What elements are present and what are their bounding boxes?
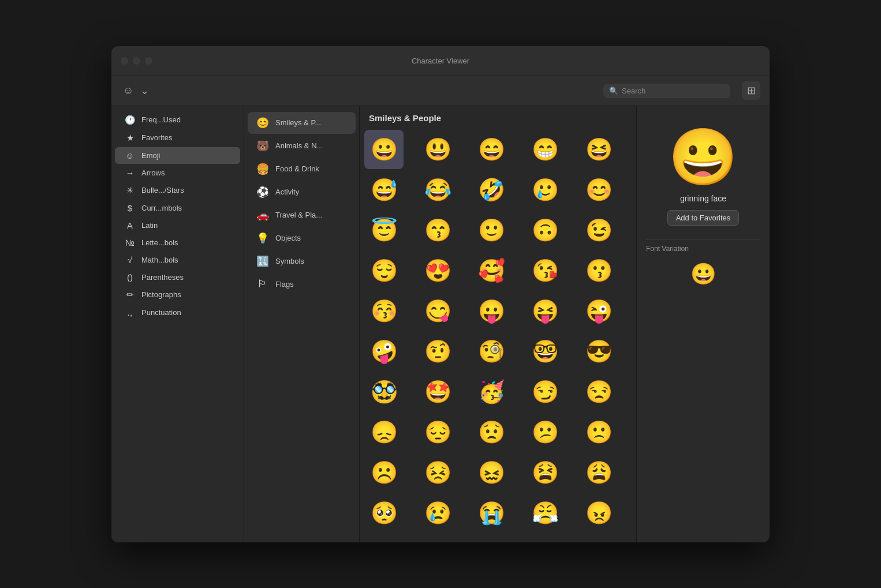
- category-icon-animals: 🐻: [256, 140, 270, 152]
- font-variation-item[interactable]: 😀: [688, 260, 719, 289]
- traffic-lights: [121, 57, 152, 65]
- emoji-cell[interactable]: 😏: [525, 372, 565, 411]
- emoji-cell[interactable]: 😎: [579, 332, 618, 371]
- dropdown-chevron-icon[interactable]: ⌄: [138, 82, 151, 99]
- emoji-cell[interactable]: 😜: [579, 291, 618, 331]
- category-item-flags[interactable]: 🏳 Flags: [248, 274, 356, 295]
- emoji-cell[interactable]: 🥳: [472, 372, 511, 411]
- font-variation-grid: 😀: [688, 260, 719, 289]
- emoji-cell[interactable]: 😃: [418, 130, 457, 169]
- view-toggle-button[interactable]: ⊞: [742, 81, 760, 100]
- emoji-cell[interactable]: 😊: [579, 170, 618, 209]
- emoji-grid-container[interactable]: 😀😃😄😁😆😅😂🤣🥲😊😇😙🙂🙃😉😌😍🥰😘😗😚😋😛😝😜🤪🤨🧐🤓😎🥸🤩🥳😏😒😞😔😟😕🙁…: [360, 128, 636, 542]
- emoji-cell[interactable]: 🧐: [472, 332, 511, 371]
- emoji-cell[interactable]: 🥲: [525, 170, 565, 209]
- sidebar-item-label-freq-used: Freq...Used: [141, 115, 181, 124]
- sidebar-item-label-arrows: Arrows: [141, 168, 165, 177]
- sidebar-item-favorites[interactable]: ★ Favorites: [115, 129, 240, 147]
- emoji-cell[interactable]: 😘: [525, 251, 565, 290]
- sidebar-item-parentheses[interactable]: () Parentheses: [115, 269, 240, 286]
- search-input[interactable]: [622, 87, 725, 95]
- sidebar-item-pictographs[interactable]: ✏ Pictographs: [115, 286, 240, 304]
- emoji-panel: Smileys & People 😀😃😄😁😆😅😂🤣🥲😊😇😙🙂🙃😉😌😍🥰😘😗😚😋😛…: [360, 106, 637, 542]
- emoji-cell[interactable]: 😤: [525, 493, 565, 533]
- category-item-symbols[interactable]: 🔣 Symbols: [248, 250, 356, 272]
- sidebar-item-icon-arrows: →: [124, 168, 136, 178]
- font-variation-title: Font Variation: [646, 245, 760, 253]
- sidebar-item-currency[interactable]: $ Curr...mbols: [115, 200, 240, 216]
- emoji-cell[interactable]: 🙁: [579, 413, 618, 452]
- category-icon-travel: 🚗: [256, 209, 270, 222]
- emoji-cell[interactable]: 😭: [472, 493, 511, 533]
- sidebar-item-emoji[interactable]: ☺ Emoji: [115, 147, 240, 164]
- category-item-objects[interactable]: 💡 Objects: [248, 227, 356, 249]
- category-icon-smileys: 😊: [256, 117, 270, 129]
- emoji-cell[interactable]: 😌: [364, 251, 404, 290]
- character-viewer-window: Character Viewer ☺ ⌄ 🔍 ⊞ 🕐 Freq...Used ★: [111, 46, 770, 542]
- emoji-cell[interactable]: 😙: [418, 211, 457, 250]
- emoji-cell[interactable]: 😛: [472, 291, 511, 331]
- emoji-cell[interactable]: 🙂: [472, 211, 511, 250]
- emoji-cell[interactable]: 😕: [525, 413, 565, 452]
- emoji-cell[interactable]: 😞: [364, 413, 404, 452]
- minimize-button[interactable]: [133, 57, 140, 65]
- emoji-cell[interactable]: 😀: [364, 130, 404, 169]
- maximize-button[interactable]: [145, 57, 152, 65]
- emoji-cell[interactable]: 😂: [418, 170, 457, 209]
- emoji-cell[interactable]: 😝: [525, 291, 565, 331]
- category-item-animals[interactable]: 🐻 Animals & N...: [248, 135, 356, 157]
- emoji-cell[interactable]: 😆: [579, 130, 618, 169]
- sidebar-item-label-currency: Curr...mbols: [141, 204, 182, 212]
- emoji-cell[interactable]: ☹️: [364, 453, 404, 492]
- category-item-food[interactable]: 🍔 Food & Drink: [248, 158, 356, 180]
- sidebar-item-label-bullets: Bulle.../Stars: [141, 186, 184, 194]
- emoji-cell[interactable]: 🥸: [364, 372, 404, 411]
- close-button[interactable]: [121, 57, 128, 65]
- emoji-cell[interactable]: 😅: [364, 170, 404, 209]
- sidebar-item-icon-currency: $: [124, 203, 136, 213]
- emoji-cell[interactable]: 😢: [418, 493, 457, 533]
- emoji-cell[interactable]: 😍: [418, 251, 457, 290]
- sidebar-item-label-math: Math...bols: [141, 256, 178, 264]
- sidebar-item-punctuation[interactable]: ., Punctuation: [115, 304, 240, 321]
- search-icon: 🔍: [609, 87, 618, 95]
- emoji-cell[interactable]: 😠: [579, 493, 618, 533]
- emoji-cell[interactable]: 😚: [364, 291, 404, 331]
- emoji-cell[interactable]: 🤪: [364, 332, 404, 371]
- emoji-cell[interactable]: 🥰: [472, 251, 511, 290]
- emoji-cell[interactable]: 😟: [472, 413, 511, 452]
- window-title: Character Viewer: [412, 57, 469, 65]
- category-item-smileys[interactable]: 😊 Smileys & P...: [248, 112, 356, 134]
- emoji-cell[interactable]: 😩: [579, 453, 618, 492]
- emoji-cell[interactable]: 🤩: [418, 372, 457, 411]
- category-label-objects: Objects: [275, 234, 301, 242]
- emoji-cell[interactable]: 🤓: [525, 332, 565, 371]
- emoji-cell[interactable]: 😖: [472, 453, 511, 492]
- sidebar-item-latin[interactable]: A Latin: [115, 217, 240, 234]
- emoji-cell[interactable]: 😁: [525, 130, 565, 169]
- emoji-cell[interactable]: 😔: [418, 413, 457, 452]
- sidebar-item-label-letterlike: Lette...bols: [141, 238, 178, 247]
- emoji-cell[interactable]: 🥺: [364, 493, 404, 533]
- emoji-cell[interactable]: 😋: [418, 291, 457, 331]
- emoji-cell[interactable]: 😄: [472, 130, 511, 169]
- category-item-travel[interactable]: 🚗 Travel & Pla...: [248, 204, 356, 226]
- sidebar-item-label-emoji: Emoji: [141, 151, 160, 160]
- add-to-favorites-button[interactable]: Add to Favorites: [667, 210, 740, 226]
- sidebar-item-letterlike[interactable]: № Lette...bols: [115, 234, 240, 251]
- sidebar-item-arrows[interactable]: → Arrows: [115, 164, 240, 181]
- emoji-cell[interactable]: 🤣: [472, 170, 511, 209]
- emoji-cell[interactable]: 🙃: [525, 211, 565, 250]
- emoji-cell[interactable]: 😇: [364, 211, 404, 250]
- sidebar-item-math[interactable]: √ Math...bols: [115, 252, 240, 268]
- emoji-cell[interactable]: 🤨: [418, 332, 457, 371]
- emoji-cell[interactable]: 😉: [579, 211, 618, 250]
- emoji-cell[interactable]: 😫: [525, 453, 565, 492]
- emoji-cell[interactable]: 😗: [579, 251, 618, 290]
- emoji-cell[interactable]: 😒: [579, 372, 618, 411]
- sidebar-item-freq-used[interactable]: 🕐 Freq...Used: [115, 111, 240, 129]
- emoji-cell[interactable]: 😣: [418, 453, 457, 492]
- category-item-activity[interactable]: ⚽ Activity: [248, 181, 356, 203]
- sidebar-item-bullets[interactable]: ✳ Bulle.../Stars: [115, 182, 240, 199]
- emoji-picker-icon[interactable]: ☺: [121, 83, 136, 99]
